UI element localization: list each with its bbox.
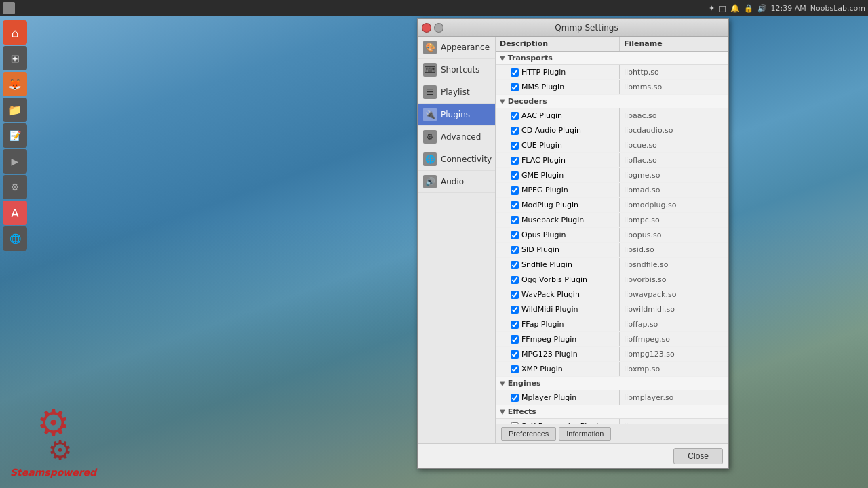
sidebar-icon-amazon[interactable]: A: [3, 201, 27, 225]
table-row: ModPlug Pluginlibmodplug.so: [496, 198, 728, 213]
min-window-button[interactable]: [434, 23, 443, 33]
sidebar-icon-files[interactable]: 📁: [3, 98, 27, 122]
table-row: MMS Pluginlibmms.so: [496, 80, 728, 95]
plugin-desc-cell: CUE Plugin: [496, 138, 620, 152]
sidebar-icon-text[interactable]: 📝: [3, 123, 27, 148]
nav-label-audio: Audio: [441, 177, 464, 186]
plugin-desc-cell: CD Audio Plugin: [496, 123, 620, 138]
plugin-checkbox[interactable]: [511, 246, 519, 254]
plugin-label: Mplayer Plugin: [521, 393, 615, 402]
information-button[interactable]: Information: [559, 427, 611, 441]
table-row: AAC Pluginlibaac.so: [496, 108, 728, 123]
plugin-checkbox[interactable]: [511, 321, 519, 329]
display-icon: □: [719, 4, 726, 13]
nav-item-playlist[interactable]: ☰ Playlist: [418, 81, 495, 104]
nav-label-playlist: Playlist: [441, 87, 470, 97]
section-header-engines[interactable]: ▼Engines: [496, 377, 728, 390]
plugin-label: Musepack Plugin: [521, 216, 615, 224]
sidebar-icon-settings[interactable]: ⚙: [3, 175, 27, 199]
preferences-button[interactable]: Preferences: [501, 427, 556, 441]
plugin-desc-cell: Sndfile Plugin: [496, 258, 620, 272]
section-header-decoders[interactable]: ▼Decoders: [496, 95, 728, 108]
sidebar-icon-network[interactable]: 🌐: [3, 226, 27, 251]
steam-badge: ⚙ ⚙ Steamspowered: [10, 401, 96, 478]
plugin-checkbox[interactable]: [511, 171, 519, 180]
plugin-checkbox[interactable]: [511, 68, 519, 77]
plugin-filename: libcue.so: [620, 138, 728, 152]
plugin-checkbox[interactable]: [511, 291, 519, 299]
plugin-checkbox[interactable]: [511, 365, 519, 373]
plugin-checkbox[interactable]: [511, 127, 519, 135]
nav-item-advanced[interactable]: ⚙ Advanced: [418, 126, 495, 148]
table-row: FFmpeg Pluginlibffmpeg.so: [496, 332, 728, 347]
table-row: Musepack Pluginlibmpc.so: [496, 213, 728, 228]
table-row: Sndfile Pluginlibsndfile.so: [496, 258, 728, 272]
bell-icon: 🔔: [730, 4, 740, 13]
plugin-checkbox[interactable]: [511, 201, 519, 209]
nav-item-connectivity[interactable]: 🌐 Connectivity: [418, 148, 495, 171]
close-dialog-button[interactable]: Close: [673, 448, 723, 464]
section-arrow: ▼: [500, 408, 505, 415]
bluetooth-icon: ✦: [709, 4, 715, 13]
nav-item-appearance[interactable]: 🎨 Appearance: [418, 37, 495, 59]
sidebar: ⌂ ⊞ 🦊 📁 📝 ▶ ⚙ A 🌐: [3, 20, 27, 251]
plugin-filename: libmms.so: [620, 80, 728, 94]
plugin-filename: libmplayer.so: [620, 390, 728, 405]
settings-nav: 🎨 Appearance ⌨ Shortcuts ☰ Playlist 🔌 Pl…: [418, 37, 496, 443]
plugin-checkbox[interactable]: [511, 112, 519, 120]
lock-icon: 🔒: [744, 4, 753, 13]
plugin-checkbox[interactable]: [511, 216, 519, 224]
plugin-checkbox[interactable]: [511, 231, 519, 239]
table-row: FLAC Pluginlibflac.so: [496, 153, 728, 168]
plugin-filename: libflac.so: [620, 153, 728, 167]
shortcuts-icon: ⌨: [423, 63, 437, 77]
section-header-transports[interactable]: ▼Transports: [496, 52, 728, 65]
nav-label-advanced: Advanced: [441, 132, 481, 142]
table-row: Ogg Vorbis Pluginlibvorbis.so: [496, 272, 728, 287]
nav-item-shortcuts[interactable]: ⌨ Shortcuts: [418, 59, 495, 81]
nav-label-plugins: Plugins: [441, 110, 470, 119]
section-header-effects[interactable]: ▼Effects: [496, 405, 728, 419]
taskbar-app-icon[interactable]: [3, 2, 15, 14]
taskbar-left: [3, 2, 15, 14]
plugin-checkbox[interactable]: [511, 261, 519, 269]
plugin-label: AAC Plugin: [521, 111, 615, 120]
section-arrow: ▼: [500, 98, 505, 105]
plugin-checkbox[interactable]: [511, 306, 519, 314]
plugin-checkbox[interactable]: [511, 157, 519, 165]
plugin-filename: libvorbis.so: [620, 272, 728, 287]
steam-gear-icon-2: ⚙: [48, 434, 73, 466]
dialog-body: 🎨 Appearance ⌨ Shortcuts ☰ Playlist 🔌 Pl…: [418, 37, 728, 443]
plugin-list[interactable]: ▼TransportsHTTP Pluginlibhttp.soMMS Plug…: [496, 52, 728, 424]
nav-item-plugins[interactable]: 🔌 Plugins: [418, 104, 495, 126]
sidebar-icon-firefox[interactable]: 🦊: [3, 72, 27, 96]
plugin-checkbox[interactable]: [511, 336, 519, 344]
plugin-label: CUE Plugin: [521, 141, 615, 150]
sidebar-icon-apps[interactable]: ⊞: [3, 46, 27, 70]
sidebar-icon-home[interactable]: ⌂: [3, 20, 27, 45]
plugin-checkbox[interactable]: [511, 83, 519, 92]
plugin-filename: libmad.so: [620, 183, 728, 197]
plugin-label: Sndfile Plugin: [521, 260, 615, 269]
plugin-desc-cell: HTTP Plugin: [496, 65, 620, 79]
table-row: MPEG Pluginlibmad.so: [496, 183, 728, 198]
plugin-checkbox[interactable]: [511, 276, 519, 284]
plugin-label: MMS Plugin: [521, 83, 615, 92]
content-panel: Description Filename ▼TransportsHTTP Plu…: [496, 37, 728, 443]
plugin-checkbox[interactable]: [511, 142, 519, 150]
plugin-checkbox[interactable]: [511, 186, 519, 195]
close-window-button[interactable]: [422, 23, 431, 33]
connectivity-icon: 🌐: [423, 152, 437, 166]
plugin-desc-cell: Ogg Vorbis Plugin: [496, 272, 620, 287]
plugin-filename: libffap.so: [620, 317, 728, 331]
volume-icon: 🔊: [757, 4, 767, 13]
plugin-checkbox[interactable]: [511, 350, 519, 359]
sidebar-icon-terminal[interactable]: ▶: [3, 149, 27, 174]
plugin-checkbox[interactable]: [511, 394, 519, 402]
table-row: WildMidi Pluginlibwildmidi.so: [496, 302, 728, 317]
plugin-filename: libsndfile.so: [620, 258, 728, 272]
table-row: HTTP Pluginlibhttp.so: [496, 65, 728, 80]
plugin-desc-cell: Musepack Plugin: [496, 213, 620, 227]
nav-item-audio[interactable]: 🔊 Audio: [418, 171, 495, 193]
appearance-icon: 🎨: [423, 41, 437, 54]
